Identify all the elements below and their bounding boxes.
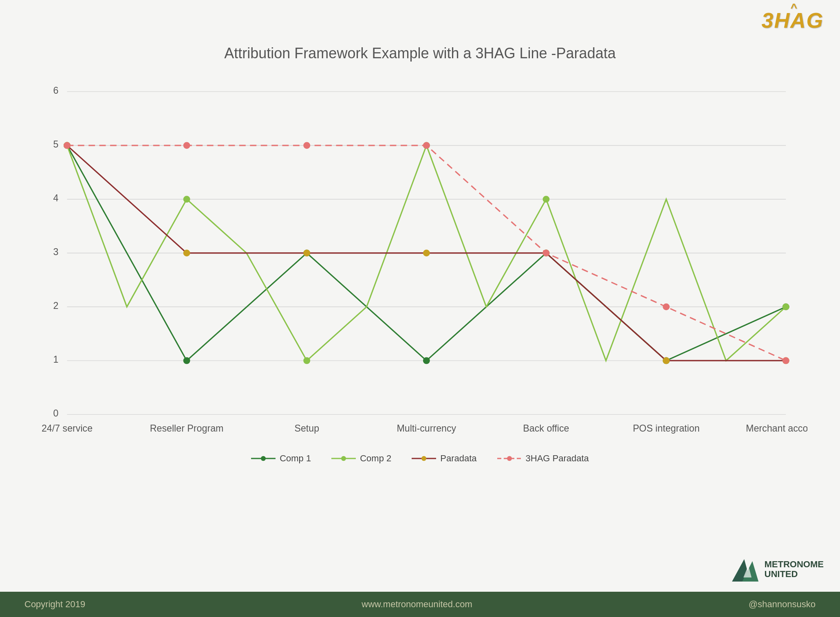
chart-area: Attribution Framework Example with a 3HA… (0, 37, 840, 551)
svg-text:24/7 service: 24/7 service (42, 423, 93, 434)
legend-paradata: Paradata (412, 453, 476, 464)
header: 3HA^G (0, 0, 840, 37)
svg-text:2: 2 (53, 300, 58, 311)
legend-comp2-label: Comp 2 (360, 453, 391, 464)
svg-text:0: 0 (53, 408, 58, 419)
svg-point-45 (423, 142, 430, 149)
footer-copyright: Copyright 2019 (24, 599, 85, 610)
chart-container: 6 5 4 3 2 1 0 24/7 service Reseller Prog… (33, 78, 807, 445)
metronome-logo: METRONOME UNITED (728, 555, 824, 584)
metronome-text: METRONOME UNITED (765, 560, 824, 579)
svg-point-50 (261, 456, 266, 461)
legend-3hag-paradata-label: 3HAG Paradata (526, 453, 589, 464)
svg-text:6: 6 (53, 85, 58, 96)
svg-text:5: 5 (53, 139, 58, 150)
svg-text:4: 4 (53, 193, 58, 203)
legend-comp2: Comp 2 (331, 453, 391, 464)
chart-title: Attribution Framework Example with a 3HA… (33, 45, 807, 62)
svg-point-34 (783, 303, 789, 310)
footer-brand: METRONOME UNITED (0, 551, 840, 592)
legend-comp1: Comp 1 (251, 453, 311, 464)
svg-point-42 (64, 142, 71, 149)
svg-text:1: 1 (53, 354, 58, 365)
legend-3hag-paradata: 3HAG Paradata (497, 453, 589, 464)
3hag-logo: 3HA^G (762, 8, 824, 33)
page: 3HA^G Attribution Framework Example with… (0, 0, 840, 617)
svg-text:Back office: Back office (523, 423, 569, 434)
svg-text:3: 3 (53, 247, 58, 257)
svg-text:Merchant accounts: Merchant accounts (746, 423, 807, 434)
svg-point-52 (341, 456, 346, 461)
svg-text:Setup: Setup (294, 423, 319, 434)
svg-point-32 (542, 196, 549, 203)
svg-point-37 (303, 249, 310, 256)
footer-bar: Copyright 2019 www.metronomeunited.com @… (0, 592, 840, 617)
legend-comp1-label: Comp 1 (280, 453, 311, 464)
footer-social: @shannonsusko (749, 599, 816, 610)
svg-point-47 (663, 303, 670, 310)
svg-point-24 (423, 357, 430, 364)
chart-svg: 6 5 4 3 2 1 0 24/7 service Reseller Prog… (33, 78, 807, 445)
footer-website: www.metronomeunited.com (362, 599, 472, 610)
svg-point-36 (183, 249, 190, 256)
svg-point-40 (663, 357, 670, 364)
svg-point-54 (421, 456, 426, 461)
legend-paradata-label: Paradata (440, 453, 476, 464)
svg-point-46 (542, 249, 549, 256)
metronome-logo-icon (728, 555, 761, 584)
svg-point-48 (783, 357, 789, 364)
svg-text:Multi-currency: Multi-currency (397, 423, 456, 434)
svg-text:Reseller Program: Reseller Program (150, 423, 224, 434)
legend-area: Comp 1 Comp 2 Paradata (33, 453, 807, 464)
svg-point-38 (423, 249, 430, 256)
svg-text:POS integration: POS integration (633, 423, 700, 434)
svg-point-56 (507, 456, 512, 461)
svg-point-43 (183, 142, 190, 149)
svg-point-29 (183, 196, 190, 203)
svg-point-30 (303, 357, 310, 364)
svg-point-44 (303, 142, 310, 149)
svg-point-22 (183, 357, 190, 364)
